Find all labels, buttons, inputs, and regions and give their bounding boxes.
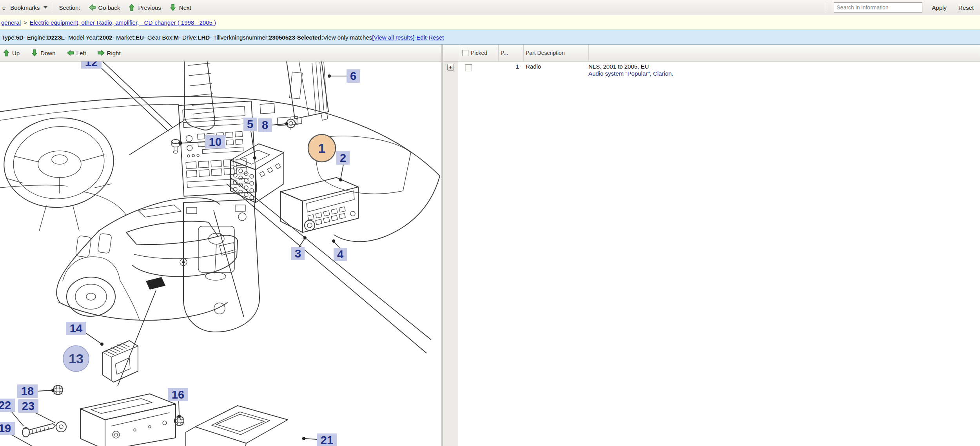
part-callout-16[interactable]: 16	[168, 388, 188, 401]
filter-text: 5D	[16, 34, 24, 41]
filter-action-link[interactable]: Edit	[416, 34, 426, 41]
bookmarks-menu[interactable]: Bookmarks	[6, 4, 51, 11]
next-button[interactable]: Next	[165, 4, 195, 11]
filter-text: D223L	[47, 34, 65, 41]
filter-text: LHD	[198, 34, 210, 41]
part-callout-19[interactable]: 19	[0, 422, 15, 435]
parts-diagram: 12 6 5 8 10 1 2 3 4 14 13	[0, 62, 441, 446]
svg-text:2: 2	[340, 152, 346, 164]
arrow-up-icon	[128, 4, 136, 11]
filter-text: Type:	[2, 34, 16, 41]
comment-line: Audio system "Popular", Clarion.	[588, 70, 980, 77]
select-all-checkbox[interactable]	[462, 50, 468, 56]
steering-wheel-drawing	[0, 112, 118, 257]
applicability-line: NLS, 2001 to 2005, EU	[588, 63, 980, 70]
center-console-drawing	[183, 199, 260, 332]
svg-text:12: 12	[85, 62, 98, 69]
filter-text: - Drive:	[179, 34, 198, 41]
part-callout-5[interactable]: 5	[243, 118, 257, 131]
svg-text:8: 8	[262, 119, 268, 131]
cd-magazine-drawing	[103, 341, 138, 382]
row-checkbox[interactable]	[465, 64, 472, 71]
part-ref-number: 1	[501, 62, 524, 446]
picked-cell	[458, 62, 501, 446]
svg-text:10: 10	[209, 136, 221, 148]
arrow-down-icon	[169, 4, 177, 11]
cd-changer-drawing	[80, 394, 176, 446]
breadcrumb-current-link[interactable]: Electric equipment, other-Radio, amplifi…	[30, 19, 216, 26]
filter-text: View only matches	[323, 34, 372, 41]
filter-text: EU	[136, 34, 144, 41]
filter-text: - Engine:	[24, 34, 47, 41]
expand-row-button[interactable]: +	[447, 64, 454, 71]
filter-text: - Tillverkningsnummer:	[210, 34, 269, 41]
filter-text: 2002	[99, 34, 112, 41]
previous-button[interactable]: Previous	[124, 4, 165, 11]
breadcrumb-root-link[interactable]: general	[1, 19, 21, 26]
screw-drawing	[22, 424, 55, 437]
svg-text:3: 3	[295, 247, 301, 260]
part-callout-2[interactable]: 2	[336, 151, 350, 165]
applicability-text: NLS, 2001 to 2005, EUAudio system "Popul…	[586, 62, 980, 446]
part-callout-10[interactable]: 10	[205, 135, 225, 149]
expand-cell: +	[443, 62, 458, 446]
part-callout-4[interactable]: 4	[334, 248, 347, 261]
search-input[interactable]	[834, 2, 922, 13]
part-callout-13[interactable]: 13	[63, 346, 89, 372]
apply-button[interactable]: Apply	[929, 4, 949, 12]
vehicle-filter-bar: Type: 5D - Engine: D223L - Model Year: 2…	[0, 30, 980, 45]
part-callout-8[interactable]: 8	[258, 118, 272, 132]
diagram-pane: Up Down Left Right	[0, 45, 443, 446]
filter-text: 23050523	[269, 34, 295, 41]
go-back-button[interactable]: Go back	[84, 4, 124, 11]
diagram-pan-toolbar: Up Down Left Right	[0, 45, 441, 62]
arrow-left-icon	[67, 49, 74, 57]
filter-text: Selected:	[297, 34, 323, 41]
part-callout-21[interactable]: 21	[317, 433, 337, 446]
part-callout-1-highlighted[interactable]: 1	[308, 134, 336, 162]
mount-location-marker	[146, 277, 165, 290]
parts-catalog-window: e Bookmarks Section: Go back Previous Ne…	[0, 0, 980, 446]
washer-drawing	[56, 422, 66, 432]
pointer-lines	[227, 178, 431, 353]
part-callout-22[interactable]: 22	[0, 399, 15, 412]
toolbar-divider	[825, 3, 825, 12]
radio-unit-drawing	[281, 178, 358, 232]
bookmarks-label: Bookmarks	[10, 4, 40, 11]
parts-table-body: +1RadioNLS, 2001 to 2005, EUAudio system…	[443, 62, 980, 446]
part-description-column-header: Part Description	[524, 45, 589, 61]
pan-down-button[interactable]: Down	[25, 49, 61, 57]
chevron-down-icon	[44, 6, 47, 9]
picked-column-header: Picked	[460, 45, 499, 61]
svg-text:16: 16	[172, 388, 184, 401]
part-callout-6[interactable]: 6	[347, 69, 360, 83]
toolbar-divider	[53, 3, 53, 12]
cover-tray-drawing	[186, 406, 288, 446]
part-callout-14[interactable]: 14	[66, 322, 86, 335]
part-callout-18[interactable]: 18	[17, 384, 38, 398]
svg-text:19: 19	[0, 422, 11, 435]
filter-text: - Market:	[113, 34, 136, 41]
pan-left-button[interactable]: Left	[61, 49, 92, 57]
pan-right-button[interactable]: Right	[92, 49, 126, 57]
expand-column-header	[443, 45, 460, 61]
part-callout-12[interactable]: 12	[81, 62, 102, 69]
filter-action-link[interactable]: [View all results]	[372, 34, 414, 41]
svg-text:6: 6	[350, 70, 356, 82]
reset-button[interactable]: Reset	[956, 4, 976, 12]
filter-action-link[interactable]: Reset	[428, 34, 444, 41]
filter-text: M	[174, 34, 179, 41]
table-header: Picked P... Part Description Applicabili…	[443, 45, 980, 62]
nut-18-drawing	[53, 385, 63, 395]
svg-text:4: 4	[337, 248, 343, 261]
table-row[interactable]: +1RadioNLS, 2001 to 2005, EUAudio system…	[443, 62, 980, 446]
part-callout-3[interactable]: 3	[291, 247, 305, 260]
svg-text:18: 18	[21, 385, 34, 397]
section-label: Section:	[55, 4, 84, 11]
svg-text:14: 14	[70, 322, 82, 335]
svg-text:22: 22	[0, 399, 11, 412]
parts-diagram-canvas[interactable]: 12 6 5 8 10 1 2 3 4 14 13	[0, 62, 441, 446]
pan-up-button[interactable]: Up	[0, 49, 25, 57]
part-callout-23[interactable]: 23	[18, 399, 38, 413]
arrow-right-icon	[97, 49, 105, 57]
